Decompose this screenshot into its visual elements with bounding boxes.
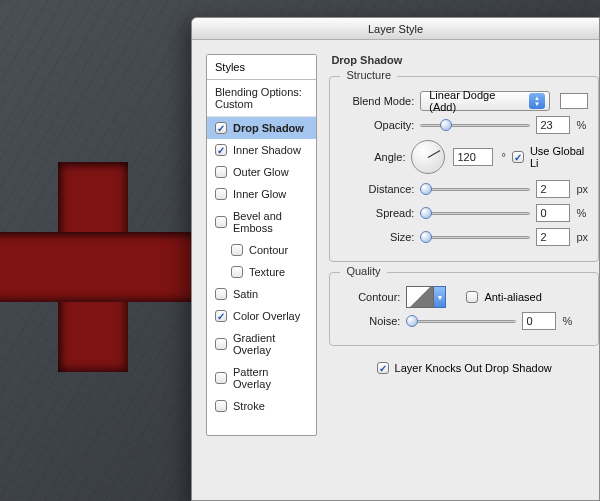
angle-label: Angle: [340, 151, 405, 163]
style-checkbox[interactable] [215, 216, 227, 228]
spread-label: Spread: [340, 207, 414, 219]
styles-header[interactable]: Styles [207, 55, 316, 80]
style-checkbox[interactable] [215, 144, 227, 156]
opacity-unit: % [576, 119, 586, 131]
spread-input[interactable]: 0 [536, 204, 570, 222]
noise-input[interactable]: 0 [522, 312, 556, 330]
noise-slider[interactable] [406, 314, 516, 328]
quality-legend: Quality [340, 265, 386, 277]
quality-group: Quality Contour: Anti-aliased Noise: 0 % [329, 272, 599, 346]
style-label: Drop Shadow [233, 122, 304, 134]
select-arrows-icon [529, 93, 545, 109]
style-checkbox[interactable] [215, 372, 227, 384]
antialiased-label: Anti-aliased [484, 291, 541, 303]
red-cross-graphic [0, 162, 198, 372]
size-unit: px [576, 231, 588, 243]
panel-title: Drop Shadow [331, 54, 402, 66]
style-checkbox[interactable] [215, 338, 227, 350]
styles-list: Styles Blending Options: Custom Drop Sha… [206, 54, 317, 436]
structure-legend: Structure [340, 69, 397, 81]
size-label: Size: [340, 231, 414, 243]
style-item-contour[interactable]: Contour [207, 239, 316, 261]
angle-input[interactable]: 120 [453, 148, 493, 166]
distance-input[interactable]: 2 [536, 180, 570, 198]
style-checkbox[interactable] [215, 166, 227, 178]
spread-slider[interactable] [420, 206, 530, 220]
style-item-stroke[interactable]: Stroke [207, 395, 316, 417]
noise-unit: % [562, 315, 572, 327]
style-item-color-overlay[interactable]: Color Overlay [207, 305, 316, 327]
use-global-light-label: Use Global Li [530, 145, 588, 169]
contour-label: Contour: [340, 291, 400, 303]
blend-mode-label: Blend Mode: [340, 95, 414, 107]
style-label: Outer Glow [233, 166, 289, 178]
style-item-pattern-overlay[interactable]: Pattern Overlay [207, 361, 316, 395]
style-label: Inner Shadow [233, 144, 301, 156]
style-checkbox[interactable] [215, 122, 227, 134]
opacity-label: Opacity: [340, 119, 414, 131]
noise-label: Noise: [340, 315, 400, 327]
layer-style-window: Layer Style Styles Blending Options: Cus… [191, 17, 600, 501]
style-item-drop-shadow[interactable]: Drop Shadow [207, 117, 316, 139]
window-title: Layer Style [192, 18, 599, 40]
style-item-gradient-overlay[interactable]: Gradient Overlay [207, 327, 316, 361]
size-slider[interactable] [420, 230, 530, 244]
use-global-light-checkbox[interactable] [512, 151, 524, 163]
style-label: Inner Glow [233, 188, 286, 200]
style-checkbox[interactable] [231, 266, 243, 278]
structure-group: Structure Blend Mode: Linear Dodge (Add)… [329, 76, 599, 262]
spread-unit: % [576, 207, 586, 219]
style-label: Bevel and Emboss [233, 210, 308, 234]
style-item-satin[interactable]: Satin [207, 283, 316, 305]
style-label: Pattern Overlay [233, 366, 308, 390]
knocks-out-checkbox[interactable] [377, 362, 389, 374]
style-item-inner-shadow[interactable]: Inner Shadow [207, 139, 316, 161]
knocks-out-label: Layer Knocks Out Drop Shadow [395, 362, 552, 374]
style-checkbox[interactable] [215, 310, 227, 322]
antialiased-checkbox[interactable] [466, 291, 478, 303]
style-item-texture[interactable]: Texture [207, 261, 316, 283]
distance-slider[interactable] [420, 182, 530, 196]
style-label: Color Overlay [233, 310, 300, 322]
style-label: Satin [233, 288, 258, 300]
style-label: Gradient Overlay [233, 332, 308, 356]
opacity-input[interactable]: 23 [536, 116, 570, 134]
contour-dropdown-button[interactable] [434, 286, 446, 308]
style-checkbox[interactable] [215, 400, 227, 412]
distance-label: Distance: [340, 183, 414, 195]
style-item-outer-glow[interactable]: Outer Glow [207, 161, 316, 183]
style-label: Stroke [233, 400, 265, 412]
distance-unit: px [576, 183, 588, 195]
drop-shadow-panel: Drop Shadow Structure Blend Mode: Linear… [329, 54, 599, 500]
blending-options-item[interactable]: Blending Options: Custom [207, 80, 316, 117]
style-checkbox[interactable] [215, 188, 227, 200]
opacity-slider[interactable] [420, 118, 530, 132]
style-item-bevel-and-emboss[interactable]: Bevel and Emboss [207, 205, 316, 239]
angle-dial[interactable] [411, 140, 445, 174]
panel-title-box: Drop Shadow [329, 54, 599, 66]
shadow-color-swatch[interactable] [560, 93, 588, 109]
contour-swatch[interactable] [406, 286, 434, 308]
style-item-inner-glow[interactable]: Inner Glow [207, 183, 316, 205]
blend-mode-value: Linear Dodge (Add) [429, 89, 525, 113]
blend-mode-select[interactable]: Linear Dodge (Add) [420, 91, 550, 111]
angle-unit: ° [501, 151, 505, 163]
style-checkbox[interactable] [231, 244, 243, 256]
style-checkbox[interactable] [215, 288, 227, 300]
style-label: Texture [249, 266, 285, 278]
size-input[interactable]: 2 [536, 228, 570, 246]
style-label: Contour [249, 244, 288, 256]
